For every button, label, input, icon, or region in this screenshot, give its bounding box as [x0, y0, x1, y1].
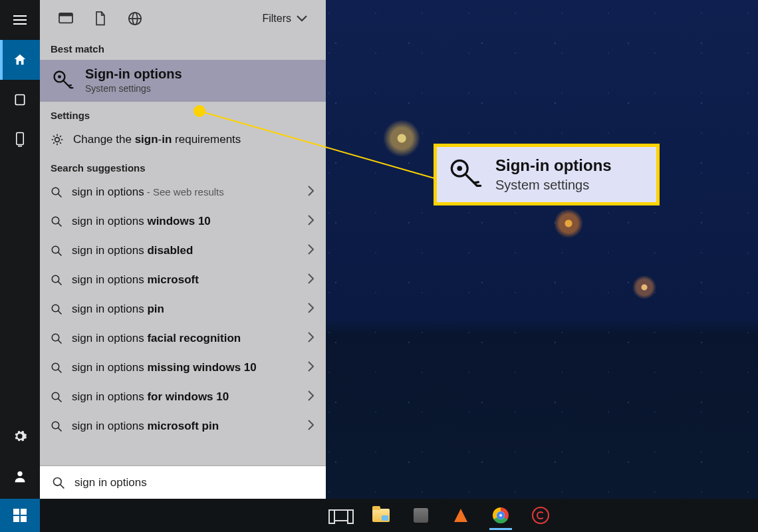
svg-line-31: [61, 484, 64, 488]
search-icon: [51, 420, 63, 432]
svg-rect-36: [21, 509, 27, 515]
search-icon: [51, 274, 63, 286]
svg-point-22: [52, 334, 59, 341]
chevron-right-icon: [307, 303, 314, 316]
windows-logo-icon: [13, 509, 27, 522]
search-icon: [51, 303, 63, 315]
chevron-right-icon: [307, 361, 314, 374]
person-icon: [13, 469, 27, 483]
svg-point-24: [52, 363, 59, 370]
suggestion-item[interactable]: sign in options disabled: [40, 236, 326, 265]
taskbar: [0, 499, 758, 532]
taskbar-vlc[interactable]: [452, 507, 469, 524]
chevron-right-icon: [307, 273, 314, 287]
svg-line-27: [58, 398, 61, 402]
svg-line-21: [58, 311, 61, 314]
chevron-down-icon: [297, 15, 307, 22]
suggestion-item[interactable]: sign in options pin: [40, 295, 326, 324]
svg-point-12: [52, 188, 59, 195]
suggestion-item[interactable]: sign in options windows 10: [40, 207, 326, 236]
home-icon: [13, 53, 27, 67]
chrome-icon: [493, 507, 509, 523]
gear-icon: [13, 429, 27, 444]
search-icon: [51, 362, 63, 374]
start-button[interactable]: [0, 499, 40, 532]
rail-apps-button[interactable]: [0, 80, 40, 120]
key-icon: [51, 68, 76, 93]
svg-line-15: [58, 223, 61, 226]
folder-icon: [372, 509, 390, 522]
svg-line-17: [58, 252, 61, 255]
device-icon: [14, 132, 26, 148]
suggestion-web-first-text: sign in options - See web results: [72, 186, 224, 199]
rail-home-button[interactable]: [0, 40, 40, 80]
chevron-right-icon: [307, 244, 314, 257]
search-icon: [51, 215, 63, 227]
callout-card: Sign-in options System settings: [434, 144, 660, 205]
filters-button[interactable]: Filters: [262, 13, 307, 25]
suggestion-item[interactable]: sign in options microsoft: [40, 265, 326, 295]
tab-documents-icon[interactable]: [94, 11, 106, 26]
suggestion-text: sign in options windows 10: [72, 215, 211, 228]
suggestion-text: sign in options pin: [72, 303, 164, 316]
svg-point-28: [52, 422, 59, 429]
suggestion-text: sign in options disabled: [72, 244, 193, 257]
hamburger-icon: [13, 15, 27, 25]
search-icon: [51, 332, 63, 344]
svg-line-13: [58, 194, 61, 197]
search-icon: [51, 186, 63, 198]
svg-rect-2: [18, 146, 22, 147]
best-match-result[interactable]: Sign-in options System settings: [40, 60, 326, 102]
callout-subtitle: System settings: [495, 178, 612, 193]
settings-result[interactable]: Change the sign-in requirements: [40, 125, 326, 154]
suggestion-item[interactable]: sign in options facial recognition: [40, 324, 326, 353]
filters-label: Filters: [262, 13, 291, 25]
svg-point-16: [52, 246, 59, 253]
taskview-icon: [334, 509, 348, 521]
svg-point-34: [457, 166, 462, 171]
rail-devices-button[interactable]: [0, 120, 40, 160]
search-box[interactable]: [40, 466, 326, 499]
chevron-right-icon: [307, 215, 314, 228]
svg-line-29: [58, 428, 61, 431]
suggestion-list: sign in options windows 10sign in option…: [40, 207, 326, 441]
rail-settings-button[interactable]: [0, 416, 40, 456]
taskbar-file-explorer[interactable]: [372, 507, 390, 524]
svg-rect-35: [13, 509, 19, 515]
rail-account-button[interactable]: [0, 456, 40, 496]
suggestion-text: sign in options missing windows 10: [72, 361, 257, 374]
taskbar-chrome[interactable]: [492, 507, 509, 524]
svg-rect-1: [17, 133, 24, 145]
suggestion-text: sign in options microsoft pin: [72, 420, 219, 433]
cone-icon: [454, 509, 467, 522]
best-match-title: Sign-in options: [85, 66, 182, 82]
callout-title: Sign-in options: [495, 156, 612, 175]
start-rail: [0, 0, 40, 499]
hamburger-button[interactable]: [0, 0, 40, 40]
gear-small-icon: [51, 133, 64, 146]
chevron-right-icon: [307, 186, 314, 199]
key-icon: [449, 158, 483, 192]
svg-rect-38: [21, 516, 27, 522]
chevron-right-icon: [307, 420, 314, 433]
svg-line-25: [58, 369, 61, 372]
svg-point-14: [52, 217, 59, 224]
taskbar-store[interactable]: [412, 507, 430, 524]
taskbar-app-red[interactable]: [532, 507, 549, 524]
search-input[interactable]: [74, 476, 314, 489]
callout-dot: [193, 105, 205, 117]
tab-web-icon[interactable]: [128, 11, 142, 26]
svg-point-26: [52, 392, 59, 400]
svg-point-3: [17, 471, 22, 476]
search-icon: [51, 245, 63, 257]
suggestion-item[interactable]: sign in options missing windows 10: [40, 353, 326, 382]
suggestion-web-first[interactable]: sign in options - See web results: [40, 178, 326, 207]
tab-apps-icon[interactable]: [59, 12, 73, 25]
taskbar-task-view[interactable]: [332, 507, 350, 524]
suggestion-item[interactable]: sign in options for windows 10: [40, 382, 326, 412]
search-panel: Filters Best match Sign-in options Syste…: [40, 0, 326, 499]
chevron-right-icon: [307, 390, 314, 404]
suggestion-text: sign in options microsoft: [72, 273, 199, 287]
suggestion-item[interactable]: sign in options microsoft pin: [40, 412, 326, 441]
svg-point-10: [58, 75, 61, 78]
